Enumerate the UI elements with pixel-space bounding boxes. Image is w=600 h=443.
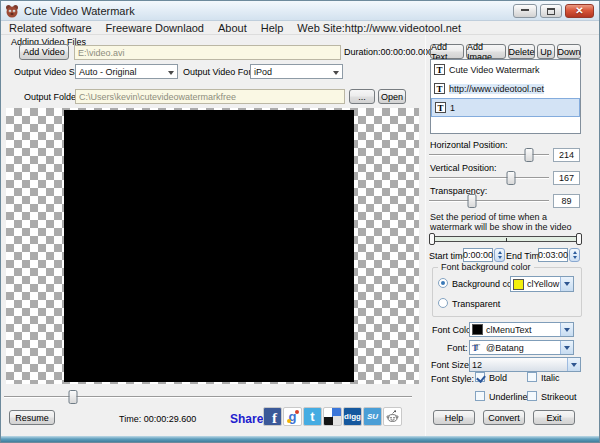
stumbleupon-icon[interactable]: SU [363, 407, 382, 426]
menu-freeware-download[interactable]: Freeware Downlaod [106, 22, 204, 34]
output-folder-field[interactable]: C:\Users\kevin\cutevideowatermarkfree [75, 89, 345, 104]
help-button[interactable]: Help [433, 410, 475, 425]
menu-bar: Related software Freeware Downlaod About… [1, 21, 599, 35]
title-bar: Cute Video Watermark ✕ [1, 1, 599, 21]
convert-button[interactable]: Convert [483, 410, 525, 425]
color-swatch [513, 279, 524, 290]
add-image-button[interactable]: Add Image [466, 44, 506, 59]
vertical-slider-thumb[interactable] [506, 171, 515, 185]
font-size-label: Font Size: [431, 360, 472, 370]
digg-icon[interactable]: digg [343, 407, 362, 426]
font-family-value: @Batang [486, 343, 524, 353]
output-folder-label: Output Folder: [24, 92, 82, 102]
chevron-down-icon [560, 323, 573, 336]
app-icon [5, 4, 19, 18]
italic-checkbox[interactable] [527, 372, 537, 382]
bold-checkbox[interactable] [475, 372, 485, 382]
window-bottom-border [1, 436, 599, 442]
spin-buttons-icon[interactable] [494, 248, 505, 262]
down-button[interactable]: Down [557, 44, 581, 59]
duration-label: Duration:00:00:00.000 [344, 47, 433, 57]
output-size-value: Auto - Original [79, 67, 137, 77]
start-time-value[interactable]: 0:00:00 [463, 248, 493, 262]
truetype-icon: T T [472, 342, 483, 353]
playback-slider-thumb[interactable] [69, 390, 78, 404]
preview-area [6, 108, 419, 384]
font-background-group: Font background color [432, 267, 582, 317]
vertical-position-slider[interactable] [429, 172, 549, 184]
font-color-value: clMenuText [486, 325, 532, 335]
transparency-slider-thumb[interactable] [468, 194, 477, 208]
output-format-value: iPod [254, 67, 272, 77]
watermark-list-item[interactable]: T http://www.videotool.net [431, 79, 580, 98]
delicious-icon[interactable] [323, 407, 342, 426]
font-color-select[interactable]: clMenuText [469, 322, 574, 337]
period-end-thumb[interactable] [576, 233, 582, 245]
chevron-down-icon [168, 71, 174, 78]
underline-checkbox[interactable] [475, 391, 485, 401]
watermark-list-item[interactable]: T Cute Video Watermark [431, 60, 580, 79]
font-size-value: 12 [472, 360, 482, 370]
transparent-radio[interactable] [438, 298, 448, 308]
reddit-icon[interactable] [383, 407, 402, 426]
font-background-group-label: Font background color [438, 262, 534, 272]
google-dot-red [295, 410, 299, 414]
panel-divider [425, 35, 426, 436]
strikeout-checkbox[interactable] [527, 391, 537, 401]
browse-folder-button[interactable]: ... [349, 89, 375, 104]
period-range-slider[interactable] [429, 232, 582, 246]
minimize-button[interactable] [513, 4, 537, 18]
menu-help[interactable]: Help [261, 22, 284, 34]
close-button[interactable]: ✕ [565, 4, 594, 18]
share-label: Share: [230, 412, 267, 426]
delete-button[interactable]: Delete [508, 44, 535, 59]
app-window: Cute Video Watermark ✕ Related software … [0, 0, 600, 443]
add-text-button[interactable]: Add Text [430, 44, 464, 59]
horizontal-position-value[interactable]: 214 [553, 148, 580, 162]
end-time-value[interactable]: 0:03:00 [538, 248, 568, 262]
output-size-select[interactable]: Auto - Original [75, 64, 178, 79]
menu-about[interactable]: About [218, 22, 247, 34]
twitter-icon[interactable]: t [303, 407, 322, 426]
horizontal-slider-thumb[interactable] [524, 148, 533, 162]
playback-slider[interactable] [4, 391, 412, 403]
italic-label: Italic [541, 373, 560, 383]
period-start-thumb[interactable] [429, 233, 435, 245]
font-family-label: Font: [447, 343, 468, 353]
playback-slider-track [4, 396, 412, 398]
reddit-alien-icon [385, 409, 400, 424]
horizontal-position-slider[interactable] [429, 149, 549, 161]
start-time-spinner: 0:00:00 [463, 248, 505, 262]
facebook-icon[interactable]: f [263, 407, 282, 426]
maximize-button[interactable] [540, 4, 562, 18]
background-color-value: clYellow [527, 279, 559, 289]
transparency-value[interactable]: 89 [553, 194, 580, 208]
menu-related-software[interactable]: Related software [9, 22, 92, 34]
spin-buttons-icon[interactable] [569, 248, 580, 262]
up-button[interactable]: Up [537, 44, 555, 59]
font-size-select[interactable]: 12 [469, 357, 581, 372]
transparency-slider[interactable] [429, 195, 549, 207]
exit-button[interactable]: Exit [533, 410, 575, 425]
strikeout-label: Strikeout [541, 392, 577, 402]
output-format-select[interactable]: iPod [250, 64, 343, 79]
window-title: Cute Video Watermark [24, 5, 135, 17]
resume-button[interactable]: Resume [9, 410, 55, 425]
font-family-select[interactable]: T T @Batang [469, 340, 574, 355]
menu-website[interactable]: Web Site:http://www.videotool.net [297, 22, 461, 34]
google-icon[interactable]: g [283, 407, 302, 426]
close-icon: ✕ [575, 6, 583, 16]
text-watermark-icon: T [434, 64, 445, 75]
maximize-icon [547, 8, 555, 15]
period-description: Set the period of time when a watermark … [430, 212, 584, 232]
open-folder-button[interactable]: Open [378, 89, 406, 104]
color-swatch [472, 324, 483, 335]
transparent-radio-label: Transparent [452, 299, 500, 309]
vertical-position-value[interactable]: 167 [553, 171, 580, 185]
watermark-list-item-selected[interactable]: T 1 [431, 98, 580, 117]
add-video-button[interactable]: Add Video [19, 44, 69, 60]
background-color-radio[interactable] [438, 278, 448, 288]
video-path-field[interactable]: E:\video.avi [74, 45, 341, 60]
background-color-select[interactable]: clYellow [510, 276, 574, 292]
time-label: Time: 00:00:29.600 [119, 414, 196, 424]
